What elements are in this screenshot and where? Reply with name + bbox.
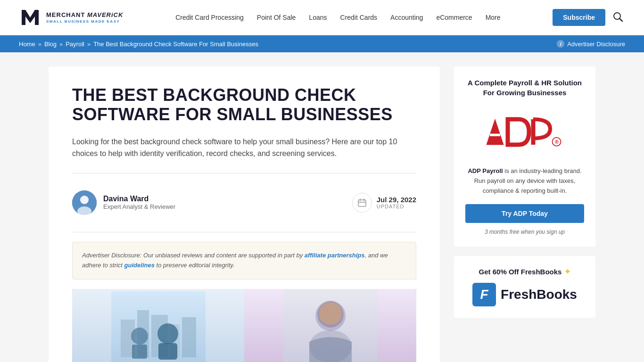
main-nav: Credit Card Processing Point Of Sale Loa… [175, 14, 500, 21]
disclosure-text-after: to preserve editorial integrity. [155, 262, 235, 269]
logo[interactable]: MERCHANT MAVERiCK SMALL BUSINESS MADE EA… [19, 6, 123, 29]
logo-merchant: MERCHANT MAVERiCK [46, 11, 123, 18]
sidebar: A Complete Payroll & HR Solution For Gro… [454, 66, 595, 362]
nav-more[interactable]: More [486, 14, 501, 21]
advertiser-disclosure-label: Advertiser Disclosure [567, 41, 625, 48]
svg-point-18 [157, 323, 178, 344]
breadcrumb: Home » Blog » Payroll » The Best Backgro… [19, 41, 258, 48]
freshbooks-title: Get 60% Off FreshBooks ✦ [465, 267, 584, 276]
breadcrumb-payroll[interactable]: Payroll [66, 41, 84, 48]
article-date: Jul 29, 2022 [377, 196, 416, 204]
adp-logo: ® [482, 106, 567, 158]
date-label: UPDATED [377, 204, 416, 209]
freshbooks-logo: F FreshBooks [465, 283, 584, 306]
nav-ecommerce[interactable]: eCommerce [436, 14, 472, 21]
svg-rect-6 [358, 200, 366, 206]
disclosure-box: Advertiser Disclosure: Our unbiased revi… [72, 242, 416, 280]
freshbooks-card: Get 60% Off FreshBooks ✦ F FreshBooks [454, 256, 595, 318]
adp-cta-button[interactable]: Try ADP Today [465, 204, 584, 223]
advertiser-disclosure[interactable]: i Advertiser Disclosure [557, 40, 625, 48]
article-image-right-svg [283, 290, 378, 362]
svg-rect-19 [158, 343, 177, 360]
subscribe-button[interactable]: Subscribe [553, 9, 605, 26]
nav-credit-card-processing[interactable]: Credit Card Processing [175, 14, 244, 21]
svg-line-2 [619, 18, 622, 21]
adp-brand: ADP Payroll [468, 167, 503, 174]
article-image-right [244, 289, 416, 362]
star-icon: ✦ [564, 267, 570, 276]
nav-actions: Subscribe [553, 9, 625, 26]
article-image-left-svg [111, 291, 206, 362]
logo-tagline: SMALL BUSINESS MADE EASY [46, 19, 120, 24]
author-avatar [72, 190, 97, 215]
author-name: Davina Ward [103, 195, 175, 203]
search-icon [613, 12, 623, 22]
author-details: Davina Ward Expert Analyst & Reviewer [103, 195, 175, 210]
divider-1 [72, 173, 416, 173]
adp-logo-svg: ® [482, 111, 567, 153]
date-row: Jul 29, 2022 UPDATED [352, 193, 416, 213]
svg-rect-15 [182, 317, 196, 357]
svg-point-16 [131, 328, 148, 345]
breadcrumb-blog[interactable]: Blog [44, 41, 57, 48]
disclosure-text-before: Advertiser Disclosure: Our unbiased revi… [82, 252, 305, 259]
freshbooks-wordmark: FreshBooks [501, 287, 577, 302]
article-intro: Looking for the best background check so… [72, 136, 416, 160]
article-title: THE BEST BACKGROUND CHECK SOFTWARE FOR S… [72, 85, 416, 124]
logo-icon [19, 6, 41, 29]
nav-accounting[interactable]: Accounting [390, 14, 423, 21]
avatar-image [72, 190, 97, 215]
freshbooks-f-icon: F [472, 283, 496, 306]
svg-point-23 [319, 302, 342, 325]
divider-2 [72, 232, 416, 232]
adp-card-title: A Complete Payroll & HR Solution For Gro… [465, 78, 584, 98]
article-image-left [72, 289, 244, 362]
author-info: Davina Ward Expert Analyst & Reviewer [72, 190, 175, 215]
adp-description: ADP Payroll is an industry-leading brand… [465, 166, 584, 196]
nav-credit-cards[interactable]: Credit Cards [340, 14, 378, 21]
main-layout: THE BEST BACKGROUND CHECK SOFTWARE FOR S… [39, 66, 605, 362]
author-row: Davina Ward Expert Analyst & Reviewer Ju… [72, 183, 416, 222]
breadcrumb-current: The Best Background Check Software For S… [93, 41, 258, 48]
breadcrumb-home[interactable]: Home [19, 41, 35, 48]
svg-text:®: ® [555, 139, 559, 145]
svg-rect-17 [132, 345, 147, 359]
search-button[interactable] [611, 10, 625, 25]
guidelines-link[interactable]: guidelines [124, 262, 155, 269]
site-header: MERCHANT MAVERiCK SMALL BUSINESS MADE EA… [0, 0, 644, 35]
article: THE BEST BACKGROUND CHECK SOFTWARE FOR S… [49, 66, 440, 362]
adp-note: 3 months free when you sign up [465, 229, 584, 235]
article-image [72, 289, 416, 362]
affiliate-partnerships-link[interactable]: affiliate partnerships [305, 252, 365, 259]
nav-loans[interactable]: Loans [309, 14, 327, 21]
info-icon: i [557, 40, 564, 48]
svg-point-4 [80, 196, 89, 204]
author-role: Expert Analyst & Reviewer [103, 203, 175, 210]
nav-point-of-sale[interactable]: Point Of Sale [257, 14, 296, 21]
breadcrumb-bar: Home » Blog » Payroll » The Best Backgro… [0, 35, 644, 52]
date-info: Jul 29, 2022 UPDATED [377, 196, 416, 209]
adp-card: A Complete Payroll & HR Solution For Gro… [454, 66, 595, 247]
calendar-icon [352, 193, 372, 213]
